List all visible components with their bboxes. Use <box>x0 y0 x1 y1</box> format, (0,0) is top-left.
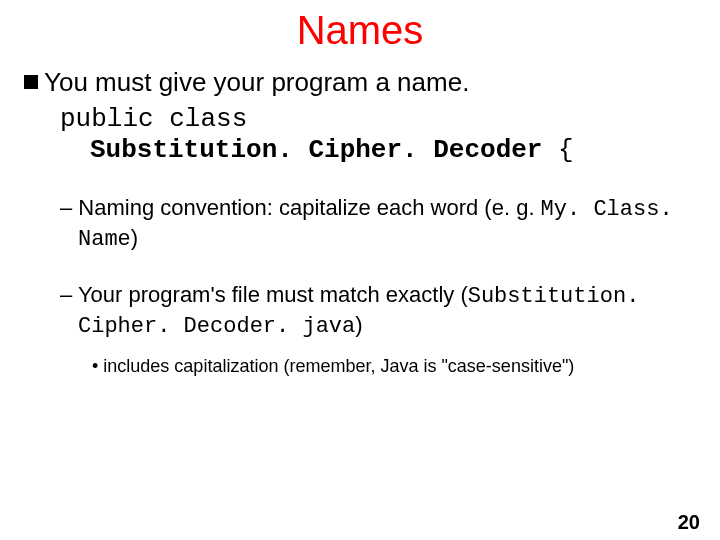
sub-bullet-file: – Your program's file must match exactly… <box>60 281 690 340</box>
main-bullet: You must give your program a name. <box>24 67 696 98</box>
dash-icon: – <box>60 195 78 220</box>
code-brace: { <box>542 135 573 165</box>
code-line-1: public class <box>60 104 690 135</box>
code-classname: Substitution. Cipher. Decoder <box>90 135 542 165</box>
sub2-text-b: ) <box>355 312 362 337</box>
sub1-text-b: ) <box>131 225 138 250</box>
page-number: 20 <box>678 511 700 534</box>
sub2b-text: includes capitalization (remember, Java … <box>103 356 574 376</box>
dash-icon: – <box>60 282 78 307</box>
slide: Names You must give your program a name.… <box>0 8 720 540</box>
sub-bullet-naming: – Naming convention: capitalize each wor… <box>60 194 690 253</box>
dot-icon: • <box>92 356 103 376</box>
sub1-text-a: Naming convention: capitalize each word … <box>78 195 540 220</box>
slide-title: Names <box>0 8 720 53</box>
code-line-2: Substitution. Cipher. Decoder { <box>60 135 690 166</box>
code-block: public class Substitution. Cipher. Decod… <box>60 104 690 166</box>
bullet-square-icon <box>24 75 38 89</box>
main-bullet-text: You must give your program a name. <box>44 67 469 98</box>
sub2-bullet-case: • includes capitalization (remember, Jav… <box>92 356 690 377</box>
sub2-text-a: Your program's file must match exactly ( <box>78 282 468 307</box>
